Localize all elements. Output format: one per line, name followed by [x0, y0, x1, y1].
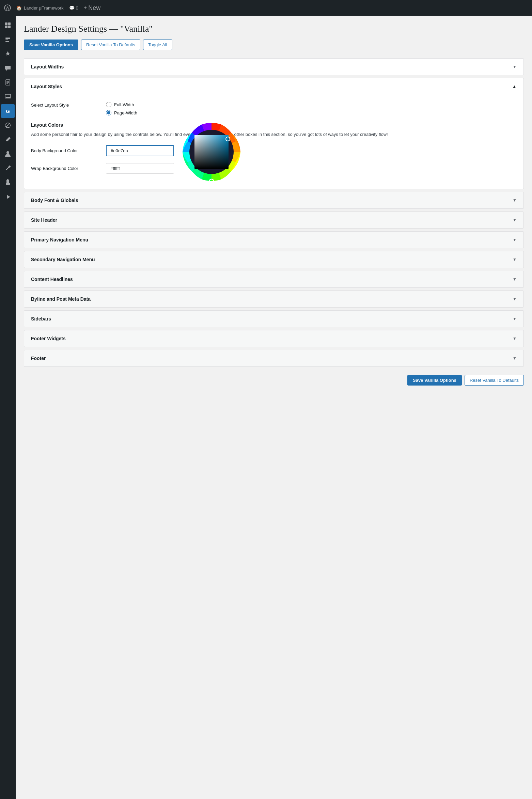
secondary-nav-label: Secondary Navigation Menu: [31, 257, 95, 262]
wp-logo[interactable]: W: [4, 4, 11, 11]
comments-icon: 💬: [69, 5, 75, 11]
layout-styles-section: Layout Styles ▲ Select Layout Style Full…: [24, 78, 524, 189]
svg-text:W: W: [5, 6, 10, 11]
sidebar-item-tools[interactable]: [1, 161, 15, 175]
body-font-label: Body Font & Globals: [31, 198, 78, 203]
layout-widths-section: Layout Widths ▼: [24, 58, 524, 75]
secondary-nav-section: Secondary Navigation Menu ▼: [24, 251, 524, 268]
chevron-down-icon: ▼: [513, 277, 517, 282]
primary-nav-section: Primary Navigation Menu ▼: [24, 231, 524, 248]
wrap-bg-color-row: Wrap Background Color: [31, 163, 517, 174]
svg-rect-2: [5, 22, 7, 25]
comments-link[interactable]: 💬 0: [69, 5, 78, 11]
chevron-down-icon: ▼: [513, 336, 517, 341]
layout-widths-label: Layout Widths: [31, 64, 64, 69]
full-width-option[interactable]: Full-Width: [106, 102, 137, 107]
primary-nav-header[interactable]: Primary Navigation Menu ▼: [24, 232, 523, 248]
sidebar-item-pages[interactable]: [1, 76, 15, 89]
secondary-nav-header[interactable]: Secondary Navigation Menu ▼: [24, 251, 523, 268]
full-width-radio[interactable]: [106, 102, 111, 107]
page-width-label: Page-Width: [114, 110, 137, 115]
sidebar-item-brush[interactable]: [1, 133, 15, 146]
layout-style-label: Select Layout Style: [31, 102, 99, 108]
svg-rect-3: [8, 22, 11, 25]
chevron-down-icon: ▼: [513, 316, 517, 321]
page-title: Lander Design Settings — "Vanilla": [24, 24, 524, 34]
byline-label: Byline and Post Meta Data: [31, 296, 91, 302]
body-bg-label: Body Background Color: [31, 148, 99, 153]
site-header-label: Site Header: [31, 217, 57, 223]
body-font-header[interactable]: Body Font & Globals ▼: [24, 192, 523, 208]
wrap-bg-input[interactable]: [106, 163, 174, 174]
body-bg-input[interactable]: [106, 145, 174, 156]
toggle-all-button[interactable]: Toggle All: [143, 40, 172, 50]
footer-widgets-label: Footer Widgets: [31, 336, 66, 341]
layout-styles-header[interactable]: Layout Styles ▲: [24, 78, 523, 95]
layout-style-field: Select Layout Style Full-Width Page-Widt…: [31, 102, 517, 115]
color-picker-popup[interactable]: [177, 118, 246, 186]
layout-colors-desc: Add some personal flair to your design b…: [31, 131, 517, 138]
layout-widths-header[interactable]: Layout Widths ▼: [24, 59, 523, 75]
svg-rect-11: [6, 81, 9, 82]
svg-rect-12: [6, 82, 9, 83]
byline-header[interactable]: Byline and Post Meta Data ▼: [24, 291, 523, 307]
site-header-header[interactable]: Site Header ▼: [24, 212, 523, 228]
page-width-radio[interactable]: [106, 110, 111, 115]
body-font-section: Body Font & Globals ▼: [24, 192, 524, 209]
sidebar-item-g-plugin[interactable]: G: [1, 104, 15, 118]
full-width-label: Full-Width: [114, 102, 134, 107]
chevron-up-icon: ▲: [512, 84, 517, 89]
footer-header[interactable]: Footer ▼: [24, 350, 523, 366]
main-content: Lander Design Settings — "Vanilla" Save …: [16, 16, 532, 799]
chevron-down-icon: ▼: [513, 218, 517, 222]
sidebar-item-appearance[interactable]: [1, 119, 15, 132]
chevron-down-icon: ▼: [513, 237, 517, 242]
svg-rect-17: [9, 179, 9, 181]
layout-styles-body: Select Layout Style Full-Width Page-Widt…: [24, 95, 523, 189]
svg-rect-8: [5, 40, 8, 40]
site-name[interactable]: 🏠 Lander μFramework: [16, 5, 64, 11]
home-icon: 🏠: [16, 5, 22, 11]
chevron-down-icon: ▼: [513, 297, 517, 301]
save-vanilla-options-button[interactable]: Save Vanilla Options: [24, 40, 78, 50]
content-headlines-section: Content Headlines ▼: [24, 271, 524, 288]
footer-label: Footer: [31, 356, 46, 361]
bottom-toolbar: Save Vanilla Options Reset Vanilla To De…: [24, 375, 524, 386]
sidebar-item-feedback[interactable]: [1, 90, 15, 104]
sidebar-item-dashboard[interactable]: [1, 18, 15, 32]
svg-rect-7: [5, 38, 10, 39]
new-content-link[interactable]: + New: [84, 4, 100, 12]
chevron-down-icon: ▼: [513, 257, 517, 262]
svg-rect-16: [7, 179, 8, 181]
sidebar-item-comments[interactable]: [1, 61, 15, 75]
chevron-down-icon: ▼: [513, 64, 517, 69]
sidebar-item-plugins[interactable]: [1, 176, 15, 189]
svg-rect-4: [5, 26, 7, 28]
svg-rect-6: [5, 37, 10, 37]
sidebar-item-posts[interactable]: [1, 33, 15, 46]
page-width-option[interactable]: Page-Width: [106, 110, 137, 115]
color-wheel-svg: [177, 118, 246, 186]
sidebar-item-users[interactable]: [1, 147, 15, 161]
layout-styles-label: Layout Styles: [31, 84, 62, 89]
sidebar-item-media[interactable]: [1, 190, 15, 204]
wrap-bg-label: Wrap Background Color: [31, 166, 99, 171]
wrap-bg-input-wrap: [106, 163, 174, 174]
svg-rect-13: [6, 83, 8, 84]
bottom-reset-button[interactable]: Reset Vanilla To Defaults: [465, 375, 524, 386]
sidebar-item-pin[interactable]: [1, 47, 15, 61]
content-headlines-header[interactable]: Content Headlines ▼: [24, 271, 523, 287]
site-header-section: Site Header ▼: [24, 212, 524, 229]
bottom-save-button[interactable]: Save Vanilla Options: [407, 375, 462, 386]
svg-rect-5: [8, 26, 11, 28]
footer-section: Footer ▼: [24, 350, 524, 367]
svg-marker-18: [7, 195, 10, 199]
footer-widgets-section: Footer Widgets ▼: [24, 330, 524, 347]
reset-vanilla-defaults-button[interactable]: Reset Vanilla To Defaults: [81, 40, 140, 50]
footer-widgets-header[interactable]: Footer Widgets ▼: [24, 330, 523, 347]
sidebars-label: Sidebars: [31, 316, 51, 322]
sidebar: G: [0, 16, 16, 799]
body-bg-color-row: Body Background Color: [31, 145, 517, 156]
plus-icon: +: [84, 5, 87, 11]
sidebars-header[interactable]: Sidebars ▼: [24, 311, 523, 327]
